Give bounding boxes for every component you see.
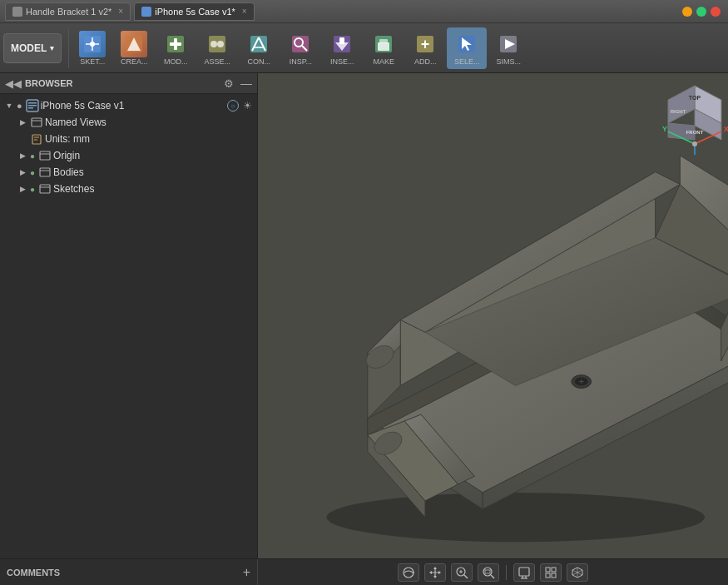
svg-text:Y: Y (662, 125, 667, 133)
model-viewport-svg (258, 73, 728, 558)
controls-separator (506, 565, 507, 580)
zoom-fit-button[interactable] (451, 563, 473, 582)
tree-named-views-icon (30, 116, 43, 129)
toolbar-add[interactable]: + ADD... (405, 27, 445, 69)
svg-rect-21 (339, 37, 344, 44)
tab-icon-2 (141, 7, 151, 17)
tree-origin[interactable]: ▶ ● Origin (0, 147, 257, 164)
tree-origin-arrow[interactable]: ▶ (17, 150, 28, 161)
tab-label-1: Handle Bracket 1 v2* (26, 7, 111, 17)
svg-line-93 (464, 575, 468, 578)
tree-bodies[interactable]: ▶ ● Bodies (0, 164, 257, 181)
grid-settings-button[interactable] (540, 563, 562, 582)
tree-units-arrow (17, 133, 28, 145)
browser-settings-button[interactable]: ⚙ (224, 77, 234, 90)
tree-bodies-eye[interactable]: ● (30, 168, 35, 177)
browser-panel: ◀◀ BROWSER ⚙ — ▼ ● iPhone 5s Case v1 ○ ☀… (0, 73, 258, 558)
tree-sketches-eye[interactable]: ● (30, 185, 35, 194)
assemble-icon (204, 31, 230, 57)
svg-point-85 (692, 141, 697, 146)
simulate-icon (495, 31, 522, 57)
tab-icon-1 (12, 7, 22, 17)
canvas-area: TOP FRONT RIGHT X Y Z (258, 73, 728, 558)
tree-root-item[interactable]: ▼ ● iPhone 5s Case v1 ○ ☀ (0, 97, 257, 114)
tab-iphone-case[interactable]: iPhone 5s Case v1* × (134, 2, 254, 21)
tree-named-views[interactable]: ▶ Named Views (0, 114, 257, 131)
toolbar-sketch[interactable]: SKET... (72, 27, 112, 69)
add-label: ADD... (414, 57, 437, 66)
svg-point-46 (326, 493, 705, 542)
comments-section: COMMENTS + (0, 559, 258, 585)
tree-root-arrow[interactable]: ▼ (3, 100, 15, 112)
toolbar-construct[interactable]: CON... (239, 27, 279, 69)
svg-point-96 (483, 568, 492, 576)
comments-label: COMMENTS (7, 568, 240, 578)
tree-origin-label: Origin (53, 150, 254, 161)
tree-named-views-arrow[interactable]: ▶ (17, 117, 28, 128)
tree-bodies-arrow[interactable]: ▶ (17, 166, 28, 178)
orbit-button[interactable] (398, 563, 419, 582)
make-label: MAKE (374, 57, 395, 66)
orientation-cube[interactable]: TOP FRONT RIGHT X Y Z (661, 82, 720, 148)
pan-button[interactable] (424, 563, 446, 582)
browser-collapse-button[interactable]: ◀◀ (5, 77, 22, 90)
status-bar: COMMENTS + (0, 558, 728, 585)
tab-label-2: iPhone 5s Case v1* (155, 7, 235, 17)
make-icon (370, 31, 397, 57)
svg-text:Z: Z (691, 155, 696, 156)
tab-handle-bracket[interactable]: Handle Bracket 1 v2* × (5, 2, 131, 21)
tree-origin-eye[interactable]: ● (30, 151, 35, 161)
tree-root-eye[interactable]: ● (17, 101, 22, 111)
toolbar-insert[interactable]: INSE... (322, 27, 362, 69)
tab-close-2[interactable]: × (242, 7, 247, 16)
svg-marker-91 (438, 571, 441, 574)
svg-rect-99 (519, 568, 529, 576)
browser-title: BROWSER (25, 78, 220, 88)
simulate-label: SIMS... (497, 57, 522, 66)
close-button[interactable] (711, 7, 721, 17)
tree-sketches-arrow[interactable]: ▶ (17, 183, 28, 195)
create-label: CREA... (121, 57, 148, 66)
toolbar-separator-1 (68, 28, 69, 68)
svg-rect-34 (28, 107, 33, 109)
minimize-button[interactable] (682, 7, 692, 17)
svg-marker-74 (668, 86, 695, 123)
construct-label: CON... (248, 57, 271, 66)
svg-point-3 (90, 42, 95, 47)
toolbar: MODEL ▾ SKET... CREA... MOD... ASSE... (0, 23, 728, 73)
toolbar-assemble[interactable]: ASSE... (197, 27, 237, 69)
svg-text:FRONT: FRONT (686, 130, 704, 135)
display-settings-button[interactable] (513, 563, 535, 582)
svg-rect-40 (40, 151, 50, 160)
svg-rect-106 (552, 573, 556, 578)
tab-close-1[interactable]: × (118, 7, 123, 16)
toolbar-select[interactable]: SELE... (447, 27, 487, 69)
tree-units-label: Units: mm (45, 133, 254, 145)
toolbar-modify[interactable]: MOD... (156, 27, 196, 69)
svg-rect-23 (378, 42, 389, 51)
browser-header: ◀◀ BROWSER ⚙ — (0, 73, 257, 94)
tree-root-label: iPhone 5s Case v1 (41, 100, 224, 112)
tree-origin-icon (38, 149, 52, 162)
maximize-button[interactable] (696, 7, 706, 17)
model-arrow: ▾ (50, 44, 54, 52)
viewport[interactable]: TOP FRONT RIGHT X Y Z (258, 73, 728, 558)
zoom-window-button[interactable] (478, 563, 499, 582)
sketch-icon (79, 31, 106, 57)
model-dropdown-button[interactable]: MODEL ▾ (3, 33, 62, 63)
svg-marker-90 (429, 571, 432, 574)
svg-rect-98 (485, 570, 490, 573)
toolbar-inspect[interactable]: INSP... (280, 27, 320, 69)
view-cube-button[interactable] (567, 563, 588, 582)
tree-root-visibility[interactable]: ☀ (240, 99, 254, 112)
tree-units[interactable]: Units: mm (0, 131, 257, 147)
comments-add-button[interactable]: + (243, 565, 250, 580)
tree-sketches[interactable]: ▶ ● Sketches (0, 181, 257, 197)
toolbar-create[interactable]: CREA... (114, 27, 154, 69)
window-buttons (682, 7, 723, 17)
svg-point-10 (210, 41, 217, 47)
toolbar-simulate[interactable]: SIMS... (488, 27, 528, 69)
construct-icon (245, 31, 272, 57)
toolbar-make[interactable]: MAKE (364, 27, 404, 69)
browser-minimize-button[interactable]: — (240, 77, 252, 90)
